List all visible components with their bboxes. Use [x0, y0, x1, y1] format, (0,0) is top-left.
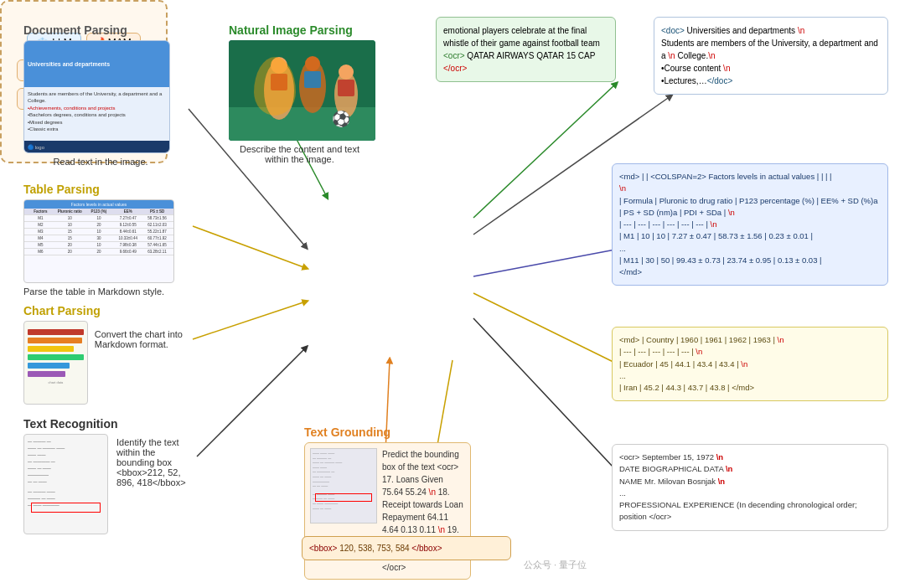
svg-rect-21	[304, 71, 321, 88]
document-parsing-img-footer: 🔵 logo	[24, 141, 169, 152]
output-ocr-text-box: emotional players celebrate at the final…	[436, 17, 616, 82]
document-parsing-caption: Read text in the image.	[23, 157, 178, 167]
document-parsing-image: Universities and departments Students ar…	[23, 40, 170, 153]
chart-bar-4	[28, 354, 84, 360]
svg-point-18	[305, 56, 320, 71]
table-parsing-title: Table Parsing	[23, 183, 186, 196]
output-bbox-box: <bbox> 120, 538, 753, 584 </bbox>	[302, 536, 511, 560]
table-parsing-section: Table Parsing Factors levels in actual v…	[17, 176, 193, 303]
chart-parsing-section: Chart Parsing	[17, 297, 193, 411]
output-country-box: <md> | Country | 1960 | 1961 | 1962 | 19…	[612, 327, 888, 401]
text-recognition-caption: Identify the text within the bounding bo…	[115, 434, 190, 487]
svg-line-10	[197, 348, 306, 456]
document-parsing-section: Document Parsing Universities and depart…	[17, 17, 184, 173]
svg-line-8	[193, 226, 306, 268]
table-parsing-image: Factors levels in actual values FactorsP…	[23, 199, 174, 283]
document-parsing-title: Document Parsing	[23, 23, 178, 37]
natural-image-parsing-section: Natural Image Parsing Describe the conte…	[222, 17, 377, 171]
chart-parsing-caption-text: Convert the chart into Markdown format.	[95, 321, 186, 349]
main-container: Document Parsing Universities and depart…	[0, 0, 905, 588]
chart-parsing-image: chart data	[23, 321, 88, 405]
text-recognition-image: — ——— — —— — ——— —— —— —— — ———— — —— — …	[23, 434, 108, 534]
svg-point-17	[271, 57, 287, 74]
chart-bar-2	[28, 338, 84, 343]
svg-rect-20	[271, 74, 287, 90]
output-doc-box: <doc> Universities and departments \n St…	[654, 17, 888, 95]
chart-bar-3	[28, 346, 84, 352]
table-parsing-caption: Parse the table in Markdown style.	[23, 286, 186, 297]
table-parsing-rows: FactorsPluronic ratioP123 (%)EE%PS ± SD …	[24, 209, 173, 255]
text-grounding-title: Text Grounding	[304, 426, 471, 439]
text-grounding-image: —— —— —— — ——— — —— — ——— —— —— —— — ———…	[310, 448, 377, 524]
chart-parsing-title: Chart Parsing	[23, 304, 186, 317]
natural-image-parsing-image	[229, 40, 375, 141]
chart-bar-1	[28, 329, 84, 335]
chart-bar-5	[28, 363, 84, 369]
document-parsing-img-content: Students are members of the University, …	[24, 87, 169, 136]
chart-bar-6	[28, 371, 84, 377]
text-recognition-bbox-highlight	[31, 503, 101, 513]
natural-image-parsing-title: Natural Image Parsing	[229, 23, 370, 37]
natural-image-parsing-caption: Describe the content and text within the…	[229, 144, 370, 164]
svg-point-19	[339, 64, 354, 80]
ocr-tag-open: <ocr>	[443, 51, 465, 60]
svg-line-0	[473, 84, 616, 218]
svg-line-4	[473, 318, 627, 482]
ocr-tag-close: </ocr>	[443, 64, 467, 73]
document-parsing-img-header: Universities and departments	[24, 41, 169, 87]
svg-line-2	[473, 247, 628, 276]
svg-point-14	[264, 61, 294, 120]
chart-bars	[28, 329, 84, 377]
watermark: 公众号 · 量子位	[524, 559, 587, 571]
svg-line-9	[193, 302, 306, 339]
text-grounding-section: Text Grounding —— —— —— — ——— — —— — ———…	[297, 419, 478, 586]
output-bio-box: <ocr> September 15, 1972 \n DATE BIOGRAP…	[612, 444, 888, 531]
text-grounding-highlight	[315, 493, 372, 502]
text-recognition-title: Text Recognition	[23, 417, 190, 431]
soccer-svg	[229, 40, 375, 141]
svg-line-3	[473, 293, 627, 369]
svg-rect-22	[338, 80, 354, 96]
output-table-md-box: <md> | | <COLSPAN=2> Factors levels in a…	[612, 163, 888, 286]
text-recognition-section: Text Recognition — ——— — —— — ——— —— —— …	[17, 410, 197, 541]
